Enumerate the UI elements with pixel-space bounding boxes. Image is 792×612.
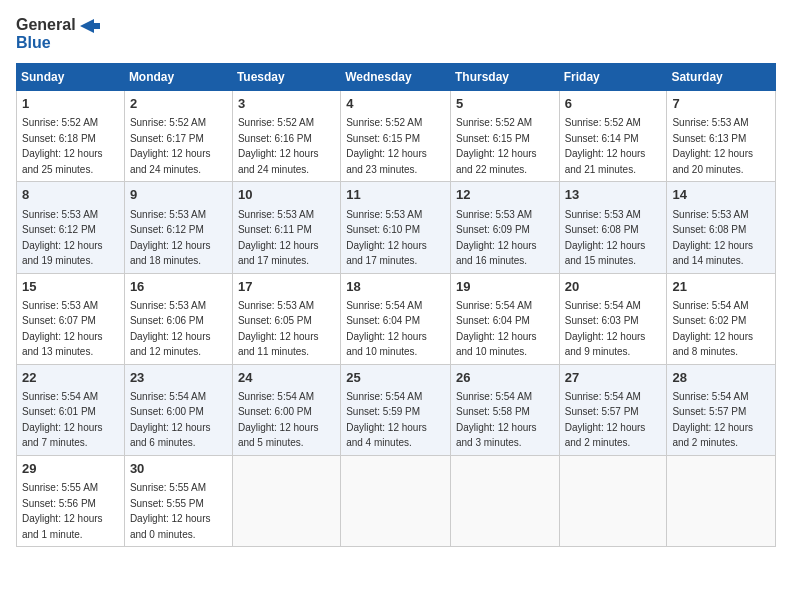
- day-info: Sunrise: 5:53 AMSunset: 6:05 PMDaylight:…: [238, 300, 319, 358]
- calendar-cell: 24Sunrise: 5:54 AMSunset: 6:00 PMDayligh…: [232, 364, 340, 455]
- day-info: Sunrise: 5:54 AMSunset: 6:00 PMDaylight:…: [130, 391, 211, 449]
- header-thursday: Thursday: [450, 64, 559, 91]
- calendar-cell: 13Sunrise: 5:53 AMSunset: 6:08 PMDayligh…: [559, 182, 667, 273]
- day-number: 29: [22, 460, 119, 478]
- day-number: 6: [565, 95, 662, 113]
- day-info: Sunrise: 5:53 AMSunset: 6:12 PMDaylight:…: [22, 209, 103, 267]
- day-number: 3: [238, 95, 335, 113]
- calendar-cell: 1Sunrise: 5:52 AMSunset: 6:18 PMDaylight…: [17, 91, 125, 182]
- calendar-cell: [667, 455, 776, 546]
- day-number: 28: [672, 369, 770, 387]
- day-info: Sunrise: 5:53 AMSunset: 6:07 PMDaylight:…: [22, 300, 103, 358]
- day-number: 19: [456, 278, 554, 296]
- header-monday: Monday: [124, 64, 232, 91]
- day-info: Sunrise: 5:53 AMSunset: 6:11 PMDaylight:…: [238, 209, 319, 267]
- calendar-week-4: 22Sunrise: 5:54 AMSunset: 6:01 PMDayligh…: [17, 364, 776, 455]
- calendar-cell: 26Sunrise: 5:54 AMSunset: 5:58 PMDayligh…: [450, 364, 559, 455]
- calendar-week-2: 8Sunrise: 5:53 AMSunset: 6:12 PMDaylight…: [17, 182, 776, 273]
- calendar-cell: 15Sunrise: 5:53 AMSunset: 6:07 PMDayligh…: [17, 273, 125, 364]
- calendar-cell: 7Sunrise: 5:53 AMSunset: 6:13 PMDaylight…: [667, 91, 776, 182]
- calendar-cell: 18Sunrise: 5:54 AMSunset: 6:04 PMDayligh…: [341, 273, 451, 364]
- day-number: 11: [346, 186, 445, 204]
- calendar-cell: 10Sunrise: 5:53 AMSunset: 6:11 PMDayligh…: [232, 182, 340, 273]
- day-number: 4: [346, 95, 445, 113]
- calendar-cell: 22Sunrise: 5:54 AMSunset: 6:01 PMDayligh…: [17, 364, 125, 455]
- calendar-cell: 12Sunrise: 5:53 AMSunset: 6:09 PMDayligh…: [450, 182, 559, 273]
- calendar-cell: 8Sunrise: 5:53 AMSunset: 6:12 PMDaylight…: [17, 182, 125, 273]
- day-number: 1: [22, 95, 119, 113]
- calendar-cell: 17Sunrise: 5:53 AMSunset: 6:05 PMDayligh…: [232, 273, 340, 364]
- header-friday: Friday: [559, 64, 667, 91]
- day-number: 16: [130, 278, 227, 296]
- calendar-cell: 9Sunrise: 5:53 AMSunset: 6:12 PMDaylight…: [124, 182, 232, 273]
- day-number: 26: [456, 369, 554, 387]
- day-info: Sunrise: 5:52 AMSunset: 6:16 PMDaylight:…: [238, 117, 319, 175]
- day-number: 12: [456, 186, 554, 204]
- calendar-cell: 21Sunrise: 5:54 AMSunset: 6:02 PMDayligh…: [667, 273, 776, 364]
- header-sunday: Sunday: [17, 64, 125, 91]
- day-number: 23: [130, 369, 227, 387]
- calendar-cell: 14Sunrise: 5:53 AMSunset: 6:08 PMDayligh…: [667, 182, 776, 273]
- calendar-cell: 23Sunrise: 5:54 AMSunset: 6:00 PMDayligh…: [124, 364, 232, 455]
- day-number: 7: [672, 95, 770, 113]
- day-info: Sunrise: 5:52 AMSunset: 6:18 PMDaylight:…: [22, 117, 103, 175]
- day-info: Sunrise: 5:54 AMSunset: 6:03 PMDaylight:…: [565, 300, 646, 358]
- day-info: Sunrise: 5:54 AMSunset: 6:04 PMDaylight:…: [346, 300, 427, 358]
- day-info: Sunrise: 5:54 AMSunset: 6:00 PMDaylight:…: [238, 391, 319, 449]
- day-number: 17: [238, 278, 335, 296]
- day-number: 2: [130, 95, 227, 113]
- calendar-table: SundayMondayTuesdayWednesdayThursdayFrid…: [16, 63, 776, 547]
- day-info: Sunrise: 5:54 AMSunset: 5:57 PMDaylight:…: [672, 391, 753, 449]
- day-info: Sunrise: 5:55 AMSunset: 5:55 PMDaylight:…: [130, 482, 211, 540]
- logo: General Blue: [16, 16, 100, 51]
- day-number: 13: [565, 186, 662, 204]
- calendar-cell: [232, 455, 340, 546]
- day-number: 18: [346, 278, 445, 296]
- logo-blue: Blue: [16, 34, 100, 52]
- calendar-cell: 5Sunrise: 5:52 AMSunset: 6:15 PMDaylight…: [450, 91, 559, 182]
- day-info: Sunrise: 5:53 AMSunset: 6:06 PMDaylight:…: [130, 300, 211, 358]
- logo-arrow-icon: [80, 19, 100, 33]
- calendar-week-1: 1Sunrise: 5:52 AMSunset: 6:18 PMDaylight…: [17, 91, 776, 182]
- calendar-cell: [450, 455, 559, 546]
- day-info: Sunrise: 5:53 AMSunset: 6:10 PMDaylight:…: [346, 209, 427, 267]
- day-info: Sunrise: 5:53 AMSunset: 6:08 PMDaylight:…: [672, 209, 753, 267]
- day-number: 9: [130, 186, 227, 204]
- day-info: Sunrise: 5:53 AMSunset: 6:13 PMDaylight:…: [672, 117, 753, 175]
- page-header: General Blue: [16, 16, 776, 51]
- day-info: Sunrise: 5:53 AMSunset: 6:12 PMDaylight:…: [130, 209, 211, 267]
- calendar-cell: 20Sunrise: 5:54 AMSunset: 6:03 PMDayligh…: [559, 273, 667, 364]
- day-info: Sunrise: 5:52 AMSunset: 6:14 PMDaylight:…: [565, 117, 646, 175]
- day-number: 21: [672, 278, 770, 296]
- day-number: 15: [22, 278, 119, 296]
- calendar-cell: 11Sunrise: 5:53 AMSunset: 6:10 PMDayligh…: [341, 182, 451, 273]
- day-number: 25: [346, 369, 445, 387]
- calendar-cell: 28Sunrise: 5:54 AMSunset: 5:57 PMDayligh…: [667, 364, 776, 455]
- day-info: Sunrise: 5:54 AMSunset: 6:02 PMDaylight:…: [672, 300, 753, 358]
- day-info: Sunrise: 5:53 AMSunset: 6:09 PMDaylight:…: [456, 209, 537, 267]
- calendar-week-5: 29Sunrise: 5:55 AMSunset: 5:56 PMDayligh…: [17, 455, 776, 546]
- calendar-week-3: 15Sunrise: 5:53 AMSunset: 6:07 PMDayligh…: [17, 273, 776, 364]
- calendar-cell: 25Sunrise: 5:54 AMSunset: 5:59 PMDayligh…: [341, 364, 451, 455]
- calendar-cell: 2Sunrise: 5:52 AMSunset: 6:17 PMDaylight…: [124, 91, 232, 182]
- day-number: 8: [22, 186, 119, 204]
- day-number: 5: [456, 95, 554, 113]
- calendar-cell: 6Sunrise: 5:52 AMSunset: 6:14 PMDaylight…: [559, 91, 667, 182]
- calendar-cell: 27Sunrise: 5:54 AMSunset: 5:57 PMDayligh…: [559, 364, 667, 455]
- day-number: 14: [672, 186, 770, 204]
- header-tuesday: Tuesday: [232, 64, 340, 91]
- header-wednesday: Wednesday: [341, 64, 451, 91]
- calendar-cell: [559, 455, 667, 546]
- header-row: SundayMondayTuesdayWednesdayThursdayFrid…: [17, 64, 776, 91]
- day-info: Sunrise: 5:52 AMSunset: 6:15 PMDaylight:…: [456, 117, 537, 175]
- day-number: 10: [238, 186, 335, 204]
- calendar-cell: [341, 455, 451, 546]
- day-number: 30: [130, 460, 227, 478]
- svg-marker-0: [80, 19, 100, 33]
- day-info: Sunrise: 5:52 AMSunset: 6:15 PMDaylight:…: [346, 117, 427, 175]
- calendar-cell: 3Sunrise: 5:52 AMSunset: 6:16 PMDaylight…: [232, 91, 340, 182]
- header-saturday: Saturday: [667, 64, 776, 91]
- calendar-cell: 29Sunrise: 5:55 AMSunset: 5:56 PMDayligh…: [17, 455, 125, 546]
- day-info: Sunrise: 5:54 AMSunset: 5:58 PMDaylight:…: [456, 391, 537, 449]
- day-number: 24: [238, 369, 335, 387]
